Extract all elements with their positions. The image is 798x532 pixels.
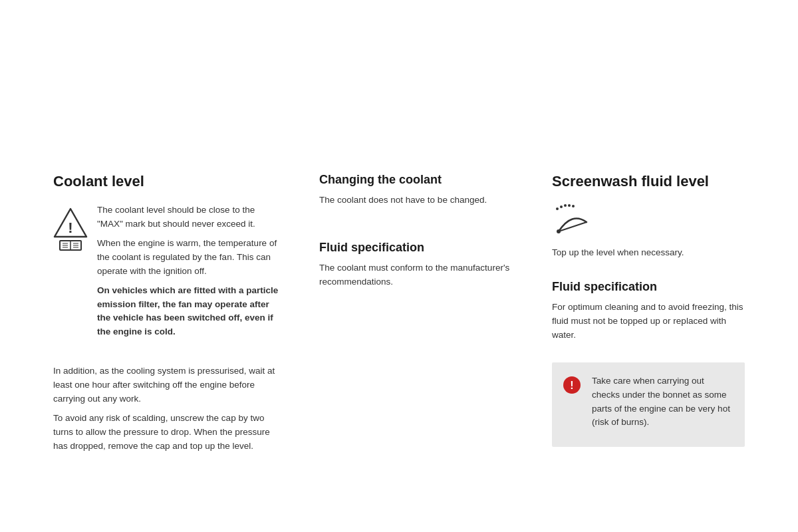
svg-point-16 <box>557 229 561 233</box>
coolant-title: Coolant level <box>53 173 279 190</box>
coolant-additional-p2: To avoid any risk of scalding, unscrew t… <box>53 412 279 454</box>
changing-coolant-desc: The coolant does not have to be changed. <box>319 194 519 207</box>
screenwash-desc: Top up the level when necessary. <box>552 246 745 260</box>
coolant-warning-bold: On vehicles which are fitted with a part… <box>97 284 279 340</box>
coolant-warning-p2: When the engine is warm, the temperature… <box>97 237 279 279</box>
coolant-warning-text: The coolant level should be close to the… <box>97 203 279 344</box>
screenwash-title: Screenwash fluid level <box>552 173 745 190</box>
screenwash-fluid-spec-title: Fluid specification <box>552 280 745 294</box>
coolant-section: Coolant level ! <box>53 173 306 459</box>
coolant-fluid-spec-section: Fluid specification The coolant must con… <box>319 241 519 289</box>
svg-point-13 <box>568 204 571 207</box>
svg-point-10 <box>556 207 559 210</box>
changing-coolant-section: Changing the coolant The coolant does no… <box>306 173 545 459</box>
coolant-fluid-spec-text: The coolant must conform to the manufact… <box>319 261 519 289</box>
screenwash-fluid-spec-section: Fluid specification For optimum cleaning… <box>552 280 745 342</box>
screenwash-icon <box>552 203 745 237</box>
svg-point-14 <box>572 205 575 207</box>
coolant-warning-block: ! The coolant level should be close to t… <box>53 203 279 344</box>
svg-point-12 <box>564 204 567 207</box>
screenwash-fluid-spec-text: For optimum cleaning and to avoid freezi… <box>552 301 745 342</box>
alert-warning-icon: ! <box>563 376 583 394</box>
screenwash-section: Screenwash fluid level Top up the level … <box>545 173 745 459</box>
coolant-warning-p1: The coolant level should be close to the… <box>97 203 279 231</box>
coolant-additional: In addition, as the cooling system is pr… <box>53 364 279 454</box>
coolant-additional-p1: In addition, as the cooling system is pr… <box>53 364 279 406</box>
coolant-fluid-spec-title: Fluid specification <box>319 241 519 255</box>
screenwash-alert-text: Take care when carrying out checks under… <box>592 374 734 430</box>
svg-text:!: ! <box>68 219 72 236</box>
screenwash-alert-box: ! Take care when carrying out checks und… <box>552 362 745 448</box>
svg-text:!: ! <box>570 380 573 391</box>
changing-coolant-title: Changing the coolant <box>319 173 519 187</box>
coolant-warning-icon: ! <box>53 206 88 253</box>
svg-point-11 <box>560 205 563 208</box>
